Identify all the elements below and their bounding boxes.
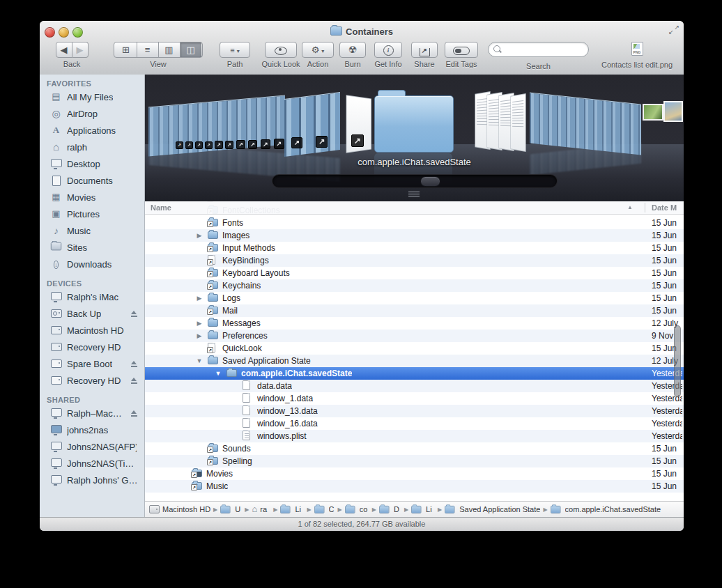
disclosure-collapsed-icon[interactable]: ▶ [195,292,203,304]
pathbar-item[interactable]: C [314,505,335,514]
sidebar-item-applications[interactable]: Applications [40,122,144,139]
coverflow-scrollbar[interactable] [272,174,558,188]
list-row[interactable]: QuickLook15 Jun [145,342,684,355]
sidebar-item-movies[interactable]: Movies [40,189,144,206]
action-button[interactable]: ⚙▾ [302,42,334,58]
path-button[interactable]: ≡▾ [220,42,250,58]
internal-disk-icon [50,325,62,336]
list-column-header[interactable]: Name ▲ Date M [145,201,684,215]
list-row[interactable]: Sounds15 Jun [145,442,684,455]
sidebar-item-recovery-hd-2[interactable]: Recovery HD [40,372,144,389]
list-row[interactable]: Keyboard Layouts15 Jun [145,267,684,279]
list-row[interactable]: Fonts15 Jun [145,217,684,229]
sidebar-item-desktop[interactable]: Desktop [40,155,144,172]
quicklook-button[interactable] [265,42,297,58]
list-row[interactable]: ▶Images15 Jun [145,229,684,242]
eject-icon[interactable] [130,361,138,367]
back-button[interactable]: ◀ [56,42,72,58]
disclosure-expanded-icon[interactable]: ▼ [195,355,203,367]
sidebar-item-music[interactable]: Music [40,222,144,239]
pathbar-item[interactable]: ⌂ra [252,505,270,513]
pathbar-item[interactable]: co [345,505,369,514]
coverflow-scrollbar-thumb[interactable] [420,176,440,187]
coverflow-selected-folder[interactable] [374,95,452,151]
sidebar-item-ralphs-imac[interactable]: Ralph's iMac [40,288,144,305]
pathbar-item[interactable]: Li [411,505,435,514]
sidebar-item-ralph-mac[interactable]: Ralph–Mac… [40,405,144,421]
list-row[interactable]: Movies15 Jun [145,467,684,480]
folder-proxy-icon[interactable] [330,26,342,36]
sidebar-item-johns2nas-ti[interactable]: Johns2NAS(Ti… [40,455,144,472]
column-divider[interactable] [645,203,645,212]
display-icon [50,458,62,469]
sidebar-item-macintosh-hd[interactable]: Macintosh HD [40,322,144,339]
sidebar-item-label: All My Files [67,92,113,102]
view-list-segment[interactable]: ≡ [137,42,159,57]
column-name[interactable]: Name [151,201,171,214]
sidebar-item-all-my-files[interactable]: All My Files [40,88,144,105]
list-row[interactable]: Mail15 Jun [145,304,684,317]
split-drag-handle[interactable] [408,192,420,196]
view-columns-segment[interactable]: ▥ [159,42,180,57]
edittags-button[interactable] [445,42,478,58]
fullscreen-icon[interactable]: ↗↙ [668,25,679,35]
list-row-selected[interactable]: ▼com.apple.iChat.savedStateYesterday [145,367,684,380]
list-row[interactable]: Spelling15 Jun [145,455,684,467]
list-row[interactable]: KeyBindings15 Jun [145,254,684,267]
share-button[interactable] [411,42,438,58]
view-coverflow-segment[interactable]: ◫ [180,42,201,57]
eject-icon[interactable] [130,311,138,317]
pathbar-item[interactable]: com.apple.iChat.savedState [551,505,661,514]
pathbar-item[interactable]: D [379,505,401,514]
sidebar-item-recovery-hd[interactable]: Recovery HD [40,339,144,355]
folder-alias-icon [208,219,218,226]
list-row[interactable]: data.dataYesterday [145,380,684,392]
sidebar-item-downloads[interactable]: Downloads [40,256,144,272]
pathbar-item[interactable]: Saved Application State [445,505,540,514]
list-row[interactable]: ▶Preferences9 Nov [145,330,684,342]
list-row[interactable]: ♪Music15 Jun [145,480,684,493]
list-row[interactable]: windows.plistYesterday [145,430,684,442]
search-input[interactable] [488,42,589,57]
getinfo-button[interactable]: i [374,42,402,58]
list-row[interactable]: Input Methods15 Jun [145,242,684,254]
burn-button[interactable]: ☢ [339,42,366,58]
date-modified: Yesterday [652,417,682,430]
sidebar-item-home[interactable]: ralph [40,139,144,155]
list-row[interactable]: ▶Messages12 July [145,317,684,330]
vertical-scrollbar-thumb[interactable] [674,325,681,397]
sidebar-item-airdrop[interactable]: AirDrop [40,105,144,122]
sidebar-item-johns2nas-afp[interactable]: Johns2NAS(AFP) [40,438,144,455]
sidebar-item-johns2nas[interactable]: johns2nas [40,421,144,438]
pathbar-item[interactable]: U [220,505,242,514]
disclosure-collapsed-icon[interactable]: ▶ [195,229,203,242]
forward-button[interactable]: ▶ [72,42,89,58]
pathbar-item[interactable]: Macintosh HD [149,505,210,513]
eject-icon[interactable] [130,378,138,384]
pathbar-item[interactable]: Li [280,505,304,514]
sidebar-item-spare-boot[interactable]: Spare Boot [40,355,144,372]
column-date-modified[interactable]: Date M [652,201,677,214]
disclosure-collapsed-icon[interactable]: ▶ [195,330,203,342]
list-row[interactable]: Keychains15 Jun [145,279,684,292]
sidebar-item-documents[interactable]: Documents [40,172,144,189]
list-row[interactable]: ▶Logs15 Jun [145,292,684,304]
date-modified: 15 Jun [652,254,682,267]
eject-icon[interactable] [130,410,138,417]
sidebar-item-pictures[interactable]: Pictures [40,206,144,222]
disclosure-expanded-icon[interactable]: ▼ [214,367,222,380]
list-row[interactable]: window_16.dataYesterday [145,417,684,430]
file-name: Keychains [222,279,261,292]
window-title: Containers [40,26,684,37]
sidebar-item-back-up[interactable]: Back Up [40,305,144,322]
view-icons-segment[interactable]: ⊞ [116,42,137,57]
png-file-icon[interactable]: PNG [631,42,643,56]
file-name: window_13.data [257,405,318,417]
sidebar-item-ralph-johns-g[interactable]: Ralph Johns' G… [40,472,144,488]
info-icon: i [383,45,394,56]
list-row[interactable]: window_1.dataYesterday [145,392,684,405]
disclosure-collapsed-icon[interactable]: ▶ [195,317,203,330]
list-row[interactable]: window_13.dataYesterday [145,405,684,417]
list-row[interactable]: ▼Saved Application State12 July [145,355,684,367]
sidebar-item-sites[interactable]: Sites [40,239,144,256]
